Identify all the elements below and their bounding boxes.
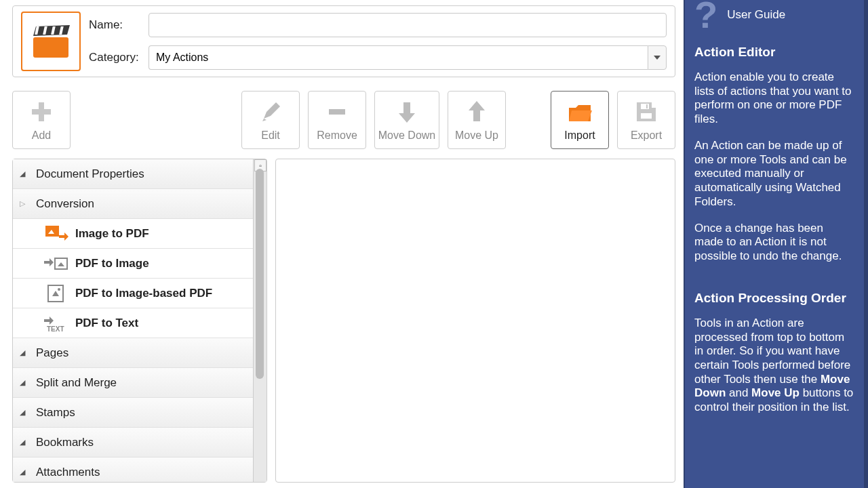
tree-category-bookmarks[interactable]: ◢Bookmarks [13, 428, 253, 458]
help-paragraph: Action enable you to create lists of act… [694, 70, 854, 127]
move-down-button-label: Move Down [378, 129, 435, 142]
svg-rect-17 [641, 104, 649, 109]
svg-rect-11 [329, 109, 345, 115]
tree-scrollbar[interactable]: ▫ [253, 159, 267, 482]
svg-marker-14 [469, 101, 485, 110]
svg-marker-9 [264, 102, 280, 119]
help-title-action-editor: Action Editor [694, 45, 854, 60]
action-steps-pane [275, 159, 675, 483]
action-header-panel: Name: Category: [12, 5, 675, 77]
svg-rect-15 [473, 110, 480, 121]
svg-marker-6 [654, 56, 660, 60]
tree-item-pdf-to-text[interactable]: TEXT PDF to Text [13, 308, 253, 338]
import-button[interactable]: Import [551, 91, 609, 149]
help-title-processing-order: Action Processing Order [694, 291, 854, 306]
move-up-button-label: Move Up [455, 129, 498, 142]
name-label: Name: [89, 18, 142, 32]
remove-button[interactable]: Remove [308, 91, 366, 149]
tree-item-pdf-to-image[interactable]: PDF to Image [13, 249, 253, 279]
tree-category-pages[interactable]: ◢Pages [13, 338, 253, 368]
help-paragraph: An Action can be made up of one or more … [694, 139, 854, 209]
svg-marker-22 [58, 262, 64, 266]
help-paragraph: Tools in an Action are processed from to… [694, 317, 854, 415]
svg-marker-10 [262, 119, 267, 121]
toolbar: Add Edit Remove Move Down Move Up Import… [12, 91, 675, 149]
tree-category-attachments[interactable]: ◢Attachments [13, 458, 253, 482]
edit-button[interactable]: Edit [241, 91, 300, 149]
user-guide-link[interactable]: ? User Guide [694, 0, 854, 30]
tools-tree: ◢Document Properties ▷Conversion Image t… [12, 159, 267, 483]
category-dropdown-button[interactable] [648, 45, 667, 70]
tree-item-image-to-pdf[interactable]: Image to PDF [13, 219, 253, 249]
pdf-to-image-based-icon [44, 283, 68, 304]
move-up-button[interactable]: Move Up [448, 91, 506, 149]
pdf-to-image-icon [44, 253, 68, 274]
svg-marker-13 [399, 113, 415, 123]
add-button[interactable]: Add [12, 91, 71, 149]
edit-button-label: Edit [261, 129, 280, 142]
svg-rect-0 [33, 37, 68, 58]
tree-category-stamps[interactable]: ◢Stamps [13, 398, 253, 428]
tree-category-split-merge[interactable]: ◢Split and Merge [13, 368, 253, 398]
export-button-label: Export [631, 129, 662, 142]
add-button-label: Add [32, 129, 51, 142]
svg-rect-8 [32, 109, 51, 115]
pdf-to-text-icon: TEXT [44, 312, 68, 334]
svg-rect-16 [641, 113, 652, 119]
category-input[interactable] [149, 45, 648, 70]
svg-text:TEXT: TEXT [47, 325, 64, 333]
help-paragraph: Once a change has been made to an Action… [694, 222, 854, 264]
image-to-pdf-icon [44, 223, 68, 245]
svg-rect-12 [403, 102, 410, 113]
export-button[interactable]: Export [617, 91, 675, 149]
move-down-button[interactable]: Move Down [374, 91, 439, 149]
svg-point-25 [58, 288, 60, 291]
import-button-label: Import [564, 129, 595, 142]
category-label: Category: [89, 51, 142, 64]
remove-button-label: Remove [317, 129, 357, 142]
action-clapper-icon [21, 12, 81, 71]
tree-category-document-properties[interactable]: ◢Document Properties [13, 159, 253, 189]
help-sidebar: ? User Guide Action Editor Action enable… [684, 0, 868, 488]
scrollbar-thumb[interactable] [256, 169, 264, 379]
question-mark-icon: ? [694, 5, 717, 24]
svg-marker-24 [52, 291, 59, 296]
name-input[interactable] [149, 13, 667, 37]
tree-item-pdf-to-image-based-pdf[interactable]: PDF to Image-based PDF [13, 279, 253, 308]
svg-rect-18 [646, 104, 648, 108]
tree-category-conversion[interactable]: ▷Conversion [13, 189, 253, 219]
